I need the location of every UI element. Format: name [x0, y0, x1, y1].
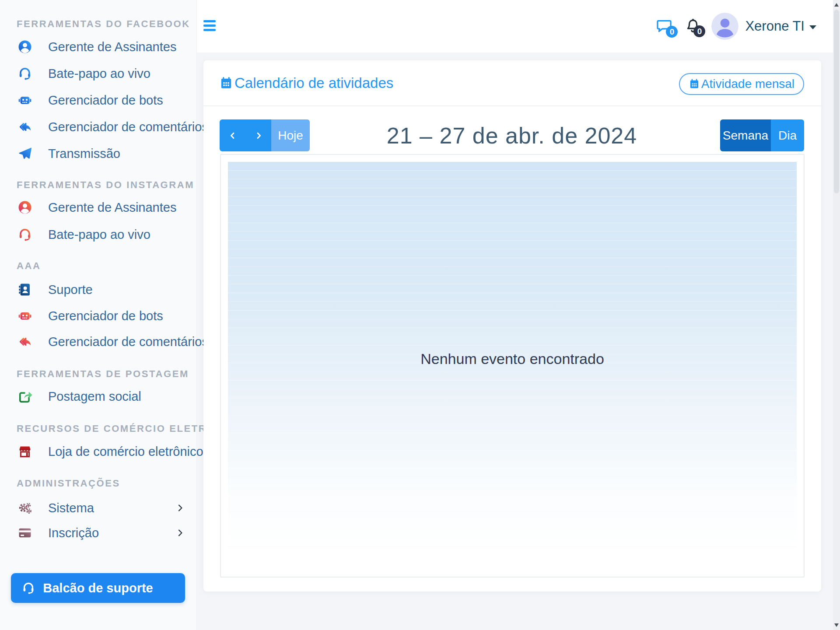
chat-badge: 0: [666, 26, 678, 38]
sidebar-item-gerente-assinantes-ig[interactable]: Gerente de Assinantes: [0, 194, 197, 221]
sidebar-item-sistema[interactable]: Sistema: [0, 494, 197, 522]
robot-icon: [18, 308, 32, 323]
user-circle-icon: [18, 200, 32, 215]
calendar-icon: [219, 76, 233, 90]
store-icon: [18, 444, 32, 459]
chevron-right-icon: [175, 503, 186, 513]
sidebar-item-gerenciador-bots-fb[interactable]: Gerenciador de bots: [0, 87, 197, 114]
avatar[interactable]: [711, 13, 738, 40]
user-menu[interactable]: Xerone TI: [745, 18, 805, 34]
chat-messages-button[interactable]: 0: [654, 18, 674, 35]
sidebar-item-loja-comercio[interactable]: Loja de comércio eletrônico: [0, 438, 197, 465]
calendar-date-range-title: 21 – 27 de abr. de 2024: [387, 122, 637, 149]
reply-all-icon: [18, 119, 32, 134]
notifications-button[interactable]: 0: [684, 17, 702, 35]
credit-card-icon: [18, 525, 32, 540]
gears-icon: [18, 500, 32, 515]
paper-plane-icon: [18, 146, 32, 161]
prev-week-button[interactable]: [220, 119, 245, 151]
robot-icon: [18, 93, 32, 108]
sidebar-item-gerenciador-comentarios-fb[interactable]: Gerenciador de comentários: [0, 113, 197, 140]
headset-icon: [18, 66, 32, 81]
sidebar-item-gerenciador-comentarios-aaa[interactable]: Gerenciador de comentários: [0, 328, 197, 355]
headset-icon: [18, 227, 32, 242]
sidebar-item-suporte[interactable]: Suporte: [0, 276, 197, 303]
monthly-activity-button[interactable]: Atividade mensal: [679, 73, 804, 95]
sidebar-item-postagem-social[interactable]: Postagem social: [0, 383, 197, 410]
sidebar-section-ferramentas-instagram: FERRAMENTAS DO INSTAGRAM: [17, 179, 194, 191]
notification-badge: 0: [693, 25, 705, 37]
sidebar-section-administracoes: ADMINISTRAÇÕES: [17, 478, 120, 489]
sidebar-item-inscricao[interactable]: Inscrição: [0, 519, 197, 546]
calendar-view-switcher: Semana Dia: [720, 119, 804, 151]
chevron-right-icon: [175, 528, 186, 538]
day-view-button[interactable]: Dia: [771, 119, 804, 151]
caret-down-icon[interactable]: [809, 25, 816, 29]
sidebar: FERRAMENTAS DO FACEBOOK Gerente de Assin…: [0, 0, 197, 630]
sidebar-section-ferramentas-facebook: FERRAMENTAS DO FACEBOOK: [17, 18, 190, 30]
sidebar-item-gerente-assinantes-fb[interactable]: Gerente de Assinantes: [0, 33, 197, 60]
address-book-icon: [18, 282, 32, 297]
person-icon: [711, 13, 738, 40]
week-view-button[interactable]: Semana: [720, 119, 771, 151]
next-week-button[interactable]: [245, 119, 271, 151]
topbar-right-cluster: 0 0 Xerone TI: [654, 0, 816, 52]
sidebar-item-transmissao[interactable]: Transmissão: [0, 140, 197, 167]
sidebar-section-ferramentas-postagem: FERRAMENTAS DE POSTAGEM: [17, 368, 189, 380]
user-circle-icon: [18, 39, 32, 54]
scrollbar-thumb[interactable]: [834, 10, 839, 193]
activity-calendar-title-link[interactable]: Calendário de atividades: [219, 75, 393, 91]
scroll-down-arrow-icon[interactable]: [834, 623, 839, 627]
calendar-view-container: Nenhum evento encontrado: [220, 154, 805, 578]
sidebar-item-bate-papo-ig[interactable]: Bate-papo ao vivo: [0, 221, 197, 248]
page-title: Calendário de atividades: [234, 75, 393, 91]
sidebar-section-aaa: AAA: [17, 260, 41, 272]
topbar: 0 0 Xerone TI: [197, 0, 833, 52]
support-desk-label: Balcão de suporte: [11, 581, 185, 595]
calendar-icon: [689, 78, 700, 90]
sidebar-item-gerenciador-bots-aaa[interactable]: Gerenciador de bots: [0, 302, 197, 329]
chevron-left-icon: [228, 130, 238, 141]
activity-calendar-card: Calendário de atividades Atividade mensa…: [203, 60, 821, 592]
menu-toggle-button[interactable]: [203, 20, 216, 32]
reply-all-icon: [18, 334, 32, 349]
page-scrollbar[interactable]: [833, 0, 840, 630]
monthly-activity-label: Atividade mensal: [701, 77, 794, 91]
empty-state-message: Nenhum evento encontrado: [420, 350, 604, 368]
calendar-nav-group: Hoje: [220, 119, 310, 151]
today-button[interactable]: Hoje: [271, 119, 310, 151]
card-header: Calendário de atividades Atividade mensa…: [203, 60, 821, 106]
calendar-toolbar: Hoje 21 – 27 de abr. de 2024 Semana Dia: [220, 119, 804, 151]
calendar-week-grid: Nenhum evento encontrado: [228, 162, 797, 556]
scroll-up-arrow-icon[interactable]: [834, 3, 839, 7]
share-icon: [18, 389, 32, 404]
chevron-right-icon: [253, 130, 264, 141]
support-desk-button[interactable]: Balcão de suporte: [11, 573, 185, 603]
sidebar-item-bate-papo-fb[interactable]: Bate-papo ao vivo: [0, 60, 197, 87]
